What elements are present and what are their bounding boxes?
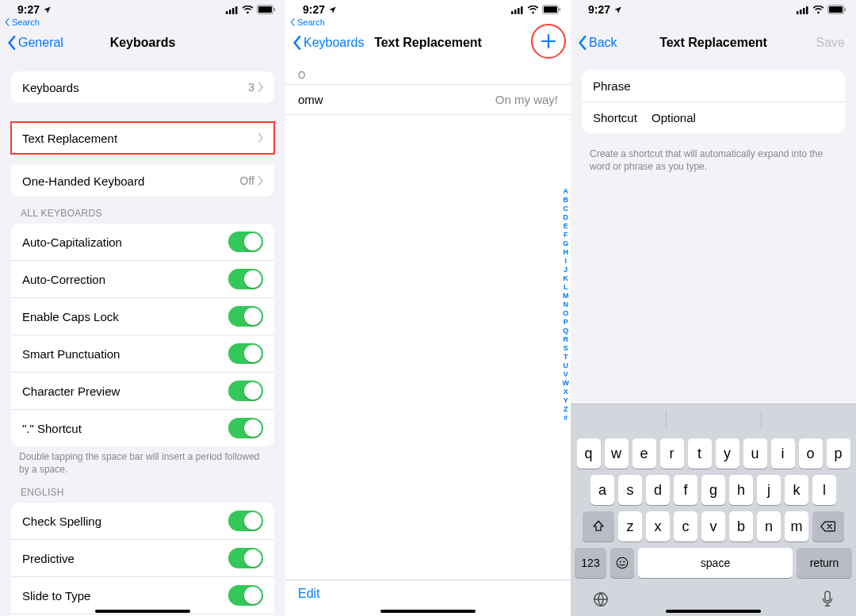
row-one-handed[interactable]: One-Handed Keyboard Off <box>11 165 274 197</box>
key-t[interactable]: t <box>688 438 712 469</box>
edit-button[interactable]: Edit <box>298 587 320 601</box>
index-letter[interactable]: Y <box>563 396 570 405</box>
key-r[interactable]: r <box>660 438 684 469</box>
key-l[interactable]: l <box>812 475 836 505</box>
index-letter[interactable]: M <box>563 292 570 300</box>
key-p[interactable]: p <box>827 438 850 469</box>
index-letter[interactable]: W <box>563 379 570 388</box>
index-letter[interactable]: N <box>563 300 570 309</box>
index-letter[interactable]: O <box>563 309 570 318</box>
index-letter[interactable]: V <box>563 370 570 379</box>
save-button[interactable]: Save <box>816 36 845 50</box>
key-v[interactable]: v <box>701 511 725 541</box>
toggle-row[interactable]: Smart Punctuation <box>11 335 274 372</box>
index-letter[interactable]: K <box>563 274 570 283</box>
toggle-switch[interactable] <box>228 269 263 289</box>
row-text-replacement[interactable]: Text Replacement <box>11 122 274 154</box>
globe-key[interactable] <box>592 591 610 608</box>
index-letter[interactable]: P <box>563 318 570 327</box>
cell-signal-icon <box>797 6 809 14</box>
toggle-switch[interactable] <box>228 585 263 606</box>
home-indicator[interactable] <box>666 610 761 613</box>
row-phrase[interactable]: Phrase <box>582 70 845 101</box>
index-letter[interactable]: F <box>563 231 570 239</box>
key-a[interactable]: a <box>590 475 614 505</box>
space-key[interactable]: space <box>638 548 793 578</box>
index-letter[interactable]: E <box>563 222 570 231</box>
emoji-key[interactable] <box>610 548 634 578</box>
back-button[interactable]: Back <box>579 36 617 50</box>
index-letter[interactable]: S <box>563 344 570 353</box>
index-letter[interactable]: G <box>563 239 570 248</box>
numbers-key[interactable]: 123 <box>575 548 606 578</box>
list-item[interactable]: omw On my way! <box>285 84 571 115</box>
toggle-row[interactable]: Slide to Type <box>11 576 274 614</box>
index-letter[interactable]: X <box>563 388 570 396</box>
shift-key[interactable] <box>583 511 614 541</box>
key-i[interactable]: i <box>771 438 795 469</box>
toggle-switch[interactable] <box>228 231 263 252</box>
row-keyboards[interactable]: Keyboards 3 <box>11 71 274 103</box>
toggle-switch[interactable] <box>228 343 263 364</box>
row-shortcut[interactable]: Shortcut Optional <box>582 101 845 133</box>
key-o[interactable]: o <box>799 438 823 469</box>
key-d[interactable]: d <box>646 475 670 505</box>
key-q[interactable]: q <box>577 438 601 469</box>
index-letter[interactable]: # <box>563 414 570 423</box>
key-g[interactable]: g <box>701 475 725 505</box>
shortcut-input[interactable]: Optional <box>652 111 834 124</box>
key-u[interactable]: u <box>743 438 767 469</box>
index-letter[interactable]: U <box>563 362 570 370</box>
index-letter[interactable]: H <box>563 248 570 257</box>
key-x[interactable]: x <box>646 511 670 541</box>
index-strip[interactable]: ABCDEFGHIJKLMNOPQRSTUVWXYZ# <box>563 187 570 423</box>
return-key[interactable]: return <box>797 548 852 578</box>
key-z[interactable]: z <box>618 511 642 541</box>
toggle-switch[interactable] <box>228 381 263 401</box>
key-b[interactable]: b <box>729 511 753 541</box>
index-letter[interactable]: B <box>563 196 570 205</box>
home-indicator[interactable] <box>380 610 476 613</box>
index-letter[interactable]: D <box>563 213 570 222</box>
toggle-row[interactable]: Check Spelling <box>11 503 274 539</box>
key-k[interactable]: k <box>785 475 808 505</box>
key-j[interactable]: j <box>757 475 781 505</box>
toggle-switch[interactable] <box>228 306 263 327</box>
toggle-row[interactable]: Auto-Correction <box>11 260 274 297</box>
add-button[interactable] <box>531 24 566 59</box>
key-c[interactable]: c <box>674 511 697 541</box>
key-m[interactable]: m <box>785 511 808 541</box>
key-n[interactable]: n <box>757 511 781 541</box>
mic-key[interactable] <box>820 591 835 608</box>
index-letter[interactable]: R <box>563 335 570 344</box>
key-s[interactable]: s <box>618 475 642 505</box>
index-letter[interactable]: J <box>563 266 570 274</box>
key-e[interactable]: e <box>632 438 656 469</box>
index-letter[interactable]: C <box>563 205 570 213</box>
index-letter[interactable]: I <box>563 257 570 266</box>
key-y[interactable]: y <box>716 438 739 469</box>
toggle-switch[interactable] <box>228 511 263 531</box>
back-button[interactable]: General <box>8 36 63 50</box>
index-letter[interactable]: L <box>563 283 570 292</box>
toggle-switch[interactable] <box>228 418 263 438</box>
keyboard-candidates[interactable] <box>571 404 856 434</box>
index-letter[interactable]: Z <box>563 405 570 414</box>
toggle-row[interactable]: Auto-Capitalization <box>11 224 274 260</box>
index-letter[interactable]: Q <box>563 327 570 335</box>
toggle-row[interactable]: "." Shortcut <box>11 409 274 446</box>
search-breadcrumb[interactable]: Search <box>0 17 285 27</box>
backspace-key[interactable] <box>812 511 844 541</box>
index-letter[interactable]: A <box>563 187 570 196</box>
key-h[interactable]: h <box>729 475 753 505</box>
key-w[interactable]: w <box>605 438 629 469</box>
toggle-row[interactable]: Enable Caps Lock <box>11 297 274 335</box>
search-breadcrumb[interactable]: Search <box>285 17 571 27</box>
home-indicator[interactable] <box>95 610 190 613</box>
back-button[interactable]: Keyboards <box>293 36 365 50</box>
toggle-row[interactable]: Character Preview <box>11 372 274 409</box>
index-letter[interactable]: T <box>563 353 570 362</box>
key-f[interactable]: f <box>674 475 697 505</box>
toggle-switch[interactable] <box>228 548 263 568</box>
toggle-row[interactable]: Predictive <box>11 539 274 576</box>
